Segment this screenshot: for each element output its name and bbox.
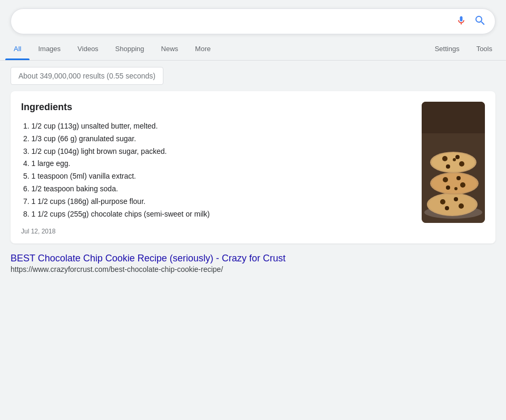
list-item: 5. 1 teaspoon (5ml) vanilla extract. <box>21 170 413 183</box>
tab-shopping[interactable]: Shopping <box>107 37 153 60</box>
list-item: 1. 1/2 cup (113g) unsalted butter, melte… <box>21 120 413 133</box>
svg-point-4 <box>440 199 445 204</box>
svg-point-17 <box>442 156 447 161</box>
tab-news[interactable]: News <box>153 37 187 60</box>
svg-point-12 <box>460 182 465 188</box>
svg-point-6 <box>459 203 464 209</box>
list-item: 8. 1 1/2 cups (255g) chocolate chips (se… <box>21 208 413 221</box>
tab-all[interactable]: All <box>5 37 30 60</box>
result-link-title[interactable]: BEST Chocolate Chip Cookie Recipe (serio… <box>11 253 286 263</box>
svg-point-3 <box>429 194 476 215</box>
tab-videos[interactable]: Videos <box>69 37 107 60</box>
tab-tools[interactable]: Tools <box>468 37 501 60</box>
ingredients-title: Ingredients <box>21 102 413 113</box>
list-item: 7. 1 1/2 cups (186g) all-purpose flour. <box>21 196 413 208</box>
nav-tabs: All Images Videos Shopping News More Set… <box>0 37 506 61</box>
svg-point-16 <box>432 153 475 172</box>
result-card: Ingredients 1. 1/2 cup (113g) unsalted b… <box>11 91 495 243</box>
svg-point-19 <box>459 161 464 167</box>
results-count: About 349,000,000 results (0.55 seconds) <box>11 67 163 85</box>
svg-point-10 <box>443 177 448 182</box>
svg-rect-22 <box>422 102 485 133</box>
list-item: 4. 1 large egg. <box>21 158 413 170</box>
cookie-image <box>422 102 485 223</box>
ingredients-list: 1. 1/2 cup (113g) unsalted butter, melte… <box>21 120 413 220</box>
svg-point-13 <box>446 185 450 190</box>
search-button-icon[interactable] <box>474 14 486 28</box>
search-bar: cookie recipes <box>11 8 495 34</box>
search-bar-container: cookie recipes <box>0 0 506 34</box>
microphone-icon[interactable] <box>456 15 466 27</box>
svg-point-7 <box>445 206 449 210</box>
result-content: Ingredients 1. 1/2 cup (113g) unsalted b… <box>21 102 413 235</box>
svg-point-14 <box>454 187 458 190</box>
svg-point-21 <box>453 158 456 161</box>
list-item: 3. 1/2 cup (104g) light brown sugar, pac… <box>21 145 413 158</box>
search-input[interactable]: cookie recipes <box>20 17 456 26</box>
svg-point-9 <box>432 173 477 193</box>
svg-point-20 <box>446 164 450 169</box>
list-item: 6. 1/2 teaspoon baking soda. <box>21 183 413 196</box>
results-info-wrapper: About 349,000,000 results (0.55 seconds) <box>0 61 506 89</box>
search-icons <box>456 14 486 28</box>
result-url: https://www.crazyforcrust.com/best-choco… <box>11 265 495 274</box>
svg-point-11 <box>456 176 461 180</box>
svg-point-18 <box>455 155 460 159</box>
svg-point-5 <box>454 197 458 201</box>
result-date: Jul 12, 2018 <box>21 228 413 235</box>
tab-more[interactable]: More <box>187 37 219 60</box>
list-item: 2. 1/3 cup (66 g) granulated sugar. <box>21 133 413 145</box>
result-link-section: BEST Chocolate Chip Cookie Recipe (serio… <box>0 249 506 274</box>
nav-right: Settings Tools <box>426 37 501 60</box>
tab-images[interactable]: Images <box>30 37 69 60</box>
tab-settings[interactable]: Settings <box>426 37 468 60</box>
